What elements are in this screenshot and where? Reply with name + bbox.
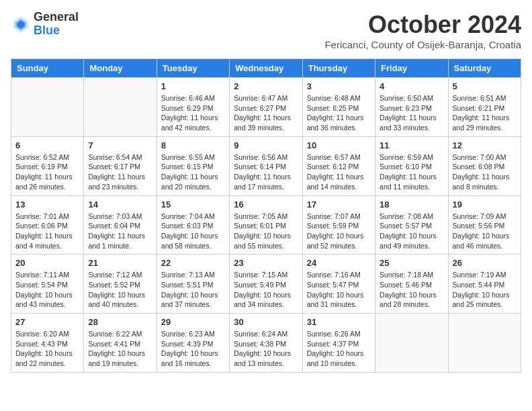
weekday-header: Friday: [375, 59, 448, 78]
day-info: Sunrise: 6:55 AM Sunset: 6:15 PM Dayligh…: [161, 152, 225, 192]
calendar-day-cell: 2Sunrise: 6:47 AM Sunset: 6:27 PM Daylig…: [230, 78, 302, 137]
day-info: Sunrise: 6:24 AM Sunset: 4:38 PM Dayligh…: [234, 329, 298, 369]
day-info: Sunrise: 7:00 AM Sunset: 6:08 PM Dayligh…: [453, 152, 517, 192]
weekday-header: Thursday: [302, 59, 375, 78]
day-info: Sunrise: 7:08 AM Sunset: 5:57 PM Dayligh…: [380, 212, 443, 251]
day-info: Sunrise: 6:59 AM Sunset: 6:10 PM Dayligh…: [380, 152, 443, 192]
calendar-week-row: 6Sunrise: 6:52 AM Sunset: 6:19 PM Daylig…: [11, 136, 521, 195]
day-number: 22: [161, 258, 225, 268]
day-number: 27: [15, 317, 79, 327]
calendar-header-row: SundayMondayTuesdayWednesdayThursdayFrid…: [11, 59, 521, 78]
day-number: 23: [234, 258, 298, 268]
day-info: Sunrise: 7:13 AM Sunset: 5:51 PM Dayligh…: [161, 270, 225, 310]
day-number: 10: [307, 140, 371, 150]
calendar-day-cell: 29Sunrise: 6:23 AM Sunset: 4:39 PM Dayli…: [157, 314, 229, 373]
day-number: 14: [88, 199, 152, 210]
day-info: Sunrise: 6:54 AM Sunset: 6:17 PM Dayligh…: [88, 152, 152, 192]
calendar-day-cell: 26Sunrise: 7:19 AM Sunset: 5:44 PM Dayli…: [448, 255, 521, 314]
day-info: Sunrise: 7:09 AM Sunset: 5:56 PM Dayligh…: [453, 212, 517, 251]
day-number: 26: [453, 258, 517, 268]
day-number: 13: [15, 199, 79, 210]
day-number: 11: [380, 140, 443, 150]
title-block: October 2024 Fericanci, County of Osijek…: [324, 11, 521, 50]
calendar-day-cell: 20Sunrise: 7:11 AM Sunset: 5:54 PM Dayli…: [11, 255, 84, 314]
day-number: 18: [380, 199, 443, 210]
calendar-day-cell: 9Sunrise: 6:56 AM Sunset: 6:14 PM Daylig…: [230, 136, 302, 195]
day-number: 20: [15, 258, 79, 268]
logo-icon: [11, 14, 31, 34]
day-info: Sunrise: 7:18 AM Sunset: 5:46 PM Dayligh…: [380, 270, 443, 310]
day-info: Sunrise: 6:22 AM Sunset: 4:41 PM Dayligh…: [88, 329, 152, 369]
day-number: 25: [380, 258, 443, 268]
calendar-day-cell: 11Sunrise: 6:59 AM Sunset: 6:10 PM Dayli…: [375, 136, 448, 195]
calendar-day-cell: 1Sunrise: 6:46 AM Sunset: 6:29 PM Daylig…: [157, 78, 229, 137]
calendar-day-cell: [84, 78, 157, 137]
day-number: 19: [453, 199, 517, 210]
calendar-day-cell: 7Sunrise: 6:54 AM Sunset: 6:17 PM Daylig…: [84, 136, 157, 195]
calendar-day-cell: 6Sunrise: 6:52 AM Sunset: 6:19 PM Daylig…: [11, 136, 84, 195]
day-number: 6: [15, 140, 79, 150]
day-info: Sunrise: 7:01 AM Sunset: 6:06 PM Dayligh…: [15, 212, 79, 251]
day-number: 4: [380, 81, 443, 91]
day-info: Sunrise: 6:47 AM Sunset: 6:27 PM Dayligh…: [234, 93, 298, 133]
calendar-day-cell: [448, 314, 521, 373]
calendar-day-cell: 27Sunrise: 6:20 AM Sunset: 4:43 PM Dayli…: [11, 314, 84, 373]
day-info: Sunrise: 6:52 AM Sunset: 6:19 PM Dayligh…: [15, 152, 79, 192]
day-number: 9: [234, 140, 298, 150]
day-info: Sunrise: 6:57 AM Sunset: 6:12 PM Dayligh…: [307, 152, 371, 192]
calendar-week-row: 13Sunrise: 7:01 AM Sunset: 6:06 PM Dayli…: [11, 195, 521, 255]
calendar-day-cell: 19Sunrise: 7:09 AM Sunset: 5:56 PM Dayli…: [448, 195, 521, 255]
day-info: Sunrise: 6:48 AM Sunset: 6:25 PM Dayligh…: [307, 93, 371, 133]
calendar-day-cell: 15Sunrise: 7:04 AM Sunset: 6:03 PM Dayli…: [157, 195, 229, 255]
calendar-day-cell: 24Sunrise: 7:16 AM Sunset: 5:47 PM Dayli…: [302, 255, 375, 314]
day-number: 8: [161, 140, 225, 150]
calendar-week-row: 1Sunrise: 6:46 AM Sunset: 6:29 PM Daylig…: [11, 78, 521, 137]
calendar-day-cell: 12Sunrise: 7:00 AM Sunset: 6:08 PM Dayli…: [448, 136, 521, 195]
calendar-day-cell: 10Sunrise: 6:57 AM Sunset: 6:12 PM Dayli…: [302, 136, 375, 195]
day-info: Sunrise: 6:23 AM Sunset: 4:39 PM Dayligh…: [161, 329, 225, 369]
day-number: 3: [307, 81, 371, 91]
day-number: 15: [161, 199, 225, 210]
weekday-header: Tuesday: [157, 59, 229, 78]
day-number: 29: [161, 317, 225, 327]
calendar-day-cell: 30Sunrise: 6:24 AM Sunset: 4:38 PM Dayli…: [230, 314, 302, 373]
day-number: 17: [307, 199, 371, 210]
calendar-day-cell: 8Sunrise: 6:55 AM Sunset: 6:15 PM Daylig…: [157, 136, 229, 195]
day-info: Sunrise: 7:03 AM Sunset: 6:04 PM Dayligh…: [88, 212, 152, 251]
day-number: 24: [307, 258, 371, 268]
day-info: Sunrise: 7:04 AM Sunset: 6:03 PM Dayligh…: [161, 212, 225, 251]
day-info: Sunrise: 6:20 AM Sunset: 4:43 PM Dayligh…: [15, 329, 79, 369]
calendar-day-cell: 25Sunrise: 7:18 AM Sunset: 5:46 PM Dayli…: [375, 255, 448, 314]
day-info: Sunrise: 7:05 AM Sunset: 6:01 PM Dayligh…: [234, 212, 298, 251]
calendar-day-cell: 3Sunrise: 6:48 AM Sunset: 6:25 PM Daylig…: [302, 78, 375, 137]
calendar-day-cell: 28Sunrise: 6:22 AM Sunset: 4:41 PM Dayli…: [84, 314, 157, 373]
day-info: Sunrise: 7:15 AM Sunset: 5:49 PM Dayligh…: [234, 270, 298, 310]
calendar-day-cell: [11, 78, 84, 137]
logo: General Blue: [11, 11, 79, 38]
day-info: Sunrise: 6:56 AM Sunset: 6:14 PM Dayligh…: [234, 152, 298, 192]
calendar-week-row: 20Sunrise: 7:11 AM Sunset: 5:54 PM Dayli…: [11, 255, 521, 314]
day-number: 16: [234, 199, 298, 210]
day-number: 31: [307, 317, 371, 327]
day-info: Sunrise: 7:12 AM Sunset: 5:52 PM Dayligh…: [88, 270, 152, 310]
day-number: 12: [453, 140, 517, 150]
calendar-day-cell: 18Sunrise: 7:08 AM Sunset: 5:57 PM Dayli…: [375, 195, 448, 255]
calendar-day-cell: 4Sunrise: 6:50 AM Sunset: 6:23 PM Daylig…: [375, 78, 448, 137]
weekday-header: Saturday: [448, 59, 521, 78]
day-info: Sunrise: 6:50 AM Sunset: 6:23 PM Dayligh…: [380, 93, 443, 133]
calendar-day-cell: 31Sunrise: 6:26 AM Sunset: 4:37 PM Dayli…: [302, 314, 375, 373]
calendar-table: SundayMondayTuesdayWednesdayThursdayFrid…: [11, 58, 521, 373]
calendar-day-cell: 13Sunrise: 7:01 AM Sunset: 6:06 PM Dayli…: [11, 195, 84, 255]
weekday-header: Monday: [84, 59, 157, 78]
day-info: Sunrise: 6:26 AM Sunset: 4:37 PM Dayligh…: [307, 329, 371, 369]
page-header: General Blue October 2024 Fericanci, Cou…: [11, 11, 521, 50]
day-number: 1: [161, 81, 225, 91]
calendar-day-cell: 16Sunrise: 7:05 AM Sunset: 6:01 PM Dayli…: [230, 195, 302, 255]
calendar-week-row: 27Sunrise: 6:20 AM Sunset: 4:43 PM Dayli…: [11, 314, 521, 373]
day-info: Sunrise: 7:07 AM Sunset: 5:59 PM Dayligh…: [307, 212, 371, 251]
day-info: Sunrise: 7:19 AM Sunset: 5:44 PM Dayligh…: [453, 270, 517, 310]
day-number: 5: [453, 81, 517, 91]
calendar-day-cell: 14Sunrise: 7:03 AM Sunset: 6:04 PM Dayli…: [84, 195, 157, 255]
day-number: 7: [88, 140, 152, 150]
calendar-day-cell: 23Sunrise: 7:15 AM Sunset: 5:49 PM Dayli…: [230, 255, 302, 314]
